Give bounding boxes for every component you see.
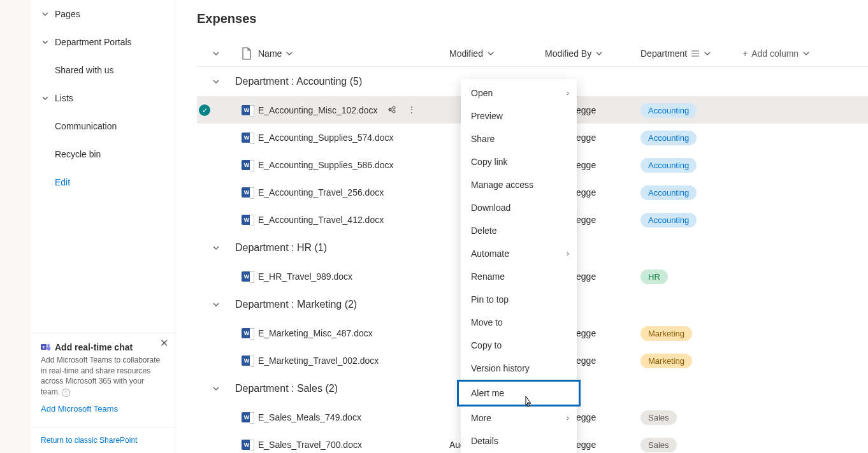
word-file-icon: W <box>242 215 252 225</box>
group-label: Department : Sales (2) <box>235 383 338 394</box>
svg-point-2 <box>47 344 50 347</box>
department-tag: Sales <box>640 438 677 452</box>
menu-item-alert-me[interactable]: Alert me <box>457 380 581 406</box>
file-name[interactable]: E_Sales_Meals_749.docx <box>258 412 361 422</box>
menu-item-download[interactable]: Download <box>461 196 577 219</box>
promo-title: T Add real-time chat <box>41 342 163 352</box>
expand-all-toggle[interactable] <box>197 50 235 57</box>
chevron-down-icon <box>41 38 50 46</box>
nav-item-recycle-bin[interactable]: Recycle bin <box>31 140 175 168</box>
menu-item-share[interactable]: Share <box>461 127 577 150</box>
nav-item-label: Pages <box>55 9 80 19</box>
file-name[interactable]: E_Marketing_Travel_002.docx <box>258 356 379 366</box>
menu-item-label: Alert me <box>471 388 504 398</box>
word-file-icon: W <box>242 412 252 422</box>
context-menu: Open›PreviewShareCopy linkManage accessD… <box>461 79 577 453</box>
menu-item-pin-to-top[interactable]: Pin to top <box>461 288 577 311</box>
file-type-column[interactable] <box>235 47 258 60</box>
chevron-down-icon <box>704 50 711 57</box>
nav-item-label: Department Portals <box>55 37 132 47</box>
nav-item-label: Communication <box>55 121 117 131</box>
promo-title-text: Add real-time chat <box>55 342 133 352</box>
department-tag: Accounting <box>640 131 697 145</box>
chevron-down-icon <box>197 244 235 252</box>
department-tag: Marketing <box>640 326 692 341</box>
menu-item-rename[interactable]: Rename <box>461 265 577 288</box>
menu-item-copy-link[interactable]: Copy link <box>461 150 577 173</box>
department-column-header[interactable]: Department <box>640 48 742 59</box>
menu-item-label: Rename <box>471 271 505 282</box>
promo-card: ✕ T Add real-time chat Add Microsoft Tea… <box>31 333 175 422</box>
return-classic-link[interactable]: Return to classic SharePoint <box>31 428 175 453</box>
file-name[interactable]: E_Accounting_Misc_102.docx <box>258 105 378 115</box>
menu-item-label: More <box>471 413 491 423</box>
modified-column-header[interactable]: Modified <box>449 48 545 59</box>
menu-item-open[interactable]: Open› <box>461 82 577 104</box>
nav-item-department-portals[interactable]: Department Portals <box>31 28 175 56</box>
word-file-icon: W <box>242 133 252 143</box>
nav-item-shared-with-us[interactable]: Shared with us <box>31 56 175 84</box>
nav-item-label: Lists <box>55 93 73 103</box>
nav-item-lists[interactable]: Lists <box>31 84 175 112</box>
file-name[interactable]: E_HR_Travel_989.docx <box>258 271 352 282</box>
word-file-icon: W <box>242 187 252 198</box>
chevron-down-icon <box>212 50 220 57</box>
chevron-down-icon <box>197 385 235 392</box>
menu-item-more[interactable]: More› <box>461 406 577 429</box>
chevron-down-icon <box>286 50 293 57</box>
word-file-icon: W <box>242 440 252 450</box>
file-name[interactable]: E_Accounting_Travel_256.docx <box>258 187 384 198</box>
file-name[interactable]: E_Marketing_Misc_487.docx <box>258 328 373 338</box>
menu-item-label: Copy link <box>471 157 508 167</box>
menu-item-label: Move to <box>471 317 503 327</box>
menu-item-version-history[interactable]: Version history <box>461 357 577 380</box>
department-tag: Sales <box>640 410 677 425</box>
more-actions-icon[interactable]: ⋮ <box>407 104 417 117</box>
promo-cta-link[interactable]: Add Microsoft Teams <box>41 404 118 413</box>
menu-item-details[interactable]: Details <box>461 429 577 452</box>
group-label: Department : HR (1) <box>235 242 327 254</box>
department-tag: Accounting <box>640 158 697 173</box>
chevron-right-icon: › <box>567 249 569 258</box>
file-name[interactable]: E_Sales_Travel_700.docx <box>258 440 362 450</box>
info-icon[interactable]: i <box>62 389 70 397</box>
nav-item-pages[interactable]: Pages <box>31 0 175 28</box>
share-icon[interactable] <box>386 104 396 117</box>
chevron-down-icon <box>802 50 810 57</box>
nav-edit-link[interactable]: Edit <box>31 168 175 196</box>
nav-item-label: Recycle bin <box>55 149 101 159</box>
file-name[interactable]: E_Accounting_Supplies_574.docx <box>258 133 394 143</box>
menu-item-preview[interactable]: Preview <box>461 104 577 127</box>
column-header-row: Name Modified Modified By Department + A… <box>197 40 868 67</box>
menu-item-manage-access[interactable]: Manage access <box>461 173 577 196</box>
menu-item-move-to[interactable]: Move to <box>461 311 577 334</box>
close-icon[interactable]: ✕ <box>160 337 168 349</box>
menu-item-label: Share <box>471 134 495 144</box>
document-icon <box>242 47 252 60</box>
department-tag: Accounting <box>640 213 697 227</box>
menu-item-delete[interactable]: Delete <box>461 219 577 242</box>
chevron-right-icon: › <box>567 413 569 422</box>
menu-item-label: Download <box>471 203 510 213</box>
menu-item-automate[interactable]: Automate› <box>461 242 577 265</box>
department-tag: Accounting <box>640 103 697 118</box>
group-label: Department : Marketing (2) <box>235 299 357 310</box>
word-file-icon: W <box>242 328 252 338</box>
name-column-header[interactable]: Name <box>258 48 449 59</box>
menu-item-label: Manage access <box>471 180 533 190</box>
word-file-icon: W <box>242 356 252 366</box>
chevron-down-icon <box>41 10 50 18</box>
department-tag: HR <box>640 270 668 284</box>
group-by-icon <box>691 50 700 57</box>
nav-item-communication[interactable]: Communication <box>31 112 175 140</box>
selected-check-icon[interactable]: ✓ <box>199 104 210 116</box>
modifiedby-column-header[interactable]: Modified By <box>545 48 640 59</box>
chevron-down-icon <box>41 94 50 102</box>
menu-item-label: Copy to <box>471 340 502 350</box>
file-name[interactable]: E_Accounting_Travel_412.docx <box>258 215 384 225</box>
add-column-button[interactable]: + Add column <box>742 48 810 59</box>
nav-item-label: Shared with us <box>55 65 114 75</box>
file-name[interactable]: E_Accounting_Supplies_586.docx <box>258 160 394 170</box>
menu-item-label: Details <box>471 436 498 446</box>
menu-item-copy-to[interactable]: Copy to <box>461 334 577 357</box>
